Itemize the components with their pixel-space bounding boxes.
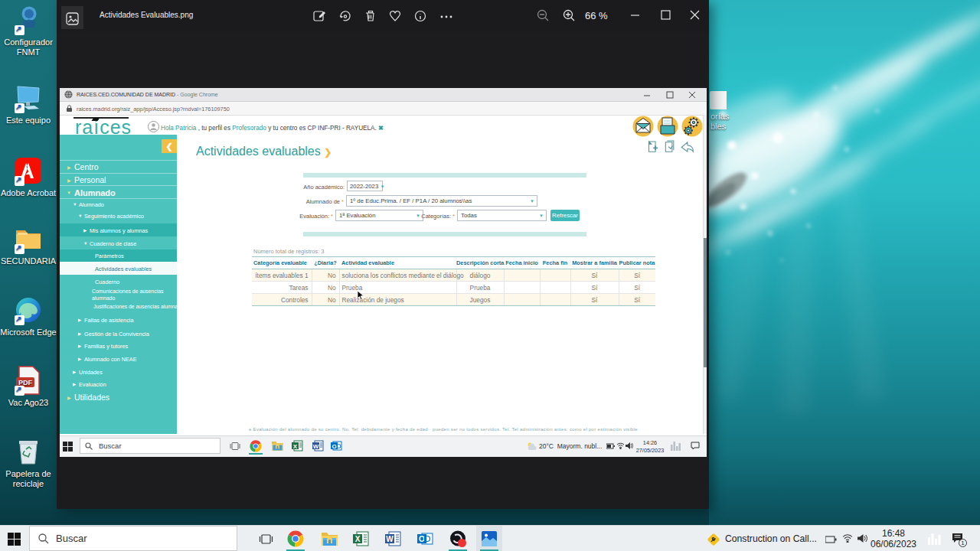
svg-text:66 %: 66 %	[585, 10, 608, 21]
svg-text:X: X	[355, 535, 361, 543]
svg-text:O: O	[419, 535, 425, 543]
svg-text:W: W	[313, 443, 319, 450]
svg-text:O: O	[332, 443, 336, 450]
svg-text:X: X	[293, 443, 298, 450]
svg-text:W: W	[386, 535, 394, 543]
